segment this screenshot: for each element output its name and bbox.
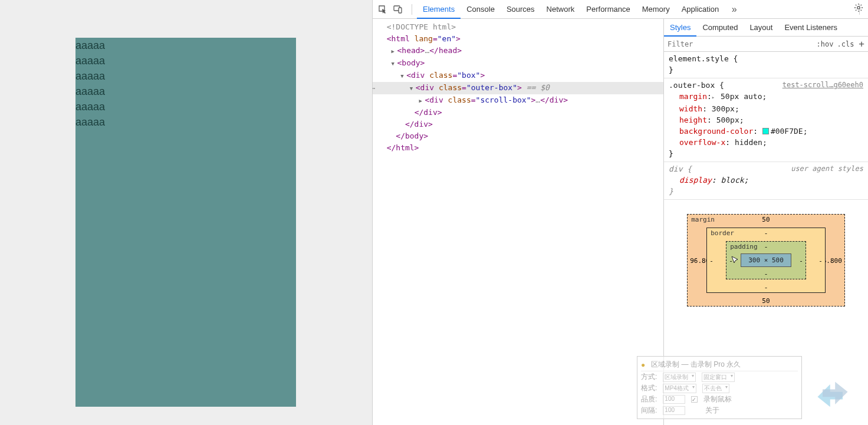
selector-text: element.style {: [669, 53, 863, 64]
border-label: border: [711, 229, 734, 237]
styles-tabs: Styles Computed Layout Event Listeners: [664, 19, 868, 37]
expand-icon[interactable]: [419, 94, 425, 107]
rule-element-style[interactable]: element.style { }: [664, 52, 868, 78]
padding-label: padding: [730, 243, 757, 251]
tab-memory[interactable]: Memory: [636, 0, 676, 19]
inspect-icon[interactable]: [376, 3, 389, 16]
rule-source-link[interactable]: test-scroll…g60eeh0: [782, 80, 863, 91]
css-property[interactable]: margin:▸ 50px auto;: [669, 91, 863, 103]
collapse-icon[interactable]: [410, 82, 416, 94]
devtools-toolbar: Elements Console Sources Network Perform…: [373, 0, 868, 19]
border-bottom-value[interactable]: -: [764, 284, 768, 291]
tab-application[interactable]: Application: [676, 0, 725, 19]
css-property[interactable]: overflow-x: hidden;: [669, 137, 863, 148]
css-property[interactable]: height: 500px;: [669, 114, 863, 126]
styles-filter-bar: :hov .cls +: [664, 37, 868, 52]
css-property[interactable]: background-color: #00F7DE;: [669, 126, 863, 137]
dom-node[interactable]: <div class="scroll-box">…</div>: [373, 94, 663, 107]
styles-pane: Styles Computed Layout Event Listeners :…: [664, 19, 868, 425]
text-line: aaaaa: [75, 68, 296, 84]
margin-label: margin: [691, 216, 715, 223]
hov-toggle[interactable]: :hov: [817, 40, 834, 48]
tab-console[interactable]: Console: [461, 0, 501, 19]
dom-node[interactable]: <html lang="en">: [373, 33, 663, 45]
dom-node[interactable]: </div>: [373, 107, 663, 118]
tab-layout[interactable]: Layout: [744, 19, 778, 37]
styles-filter-input[interactable]: [668, 40, 813, 48]
css-property[interactable]: display: block;: [669, 174, 863, 186]
text-line: aaaaa: [75, 114, 296, 130]
gear-icon[interactable]: [854, 3, 863, 14]
collapse-icon[interactable]: [391, 57, 397, 70]
margin-bottom-value[interactable]: 50: [762, 297, 770, 305]
box-model-content[interactable]: 300 × 500: [741, 253, 791, 267]
rule-user-agent[interactable]: user agent styles div { display: block; …: [664, 162, 868, 200]
expand-icon[interactable]: [391, 45, 397, 57]
border-right-value[interactable]: -: [818, 256, 823, 264]
svg-rect-1: [399, 8, 402, 13]
tab-sources[interactable]: Sources: [501, 0, 541, 19]
box-model-border[interactable]: border - - - - padding - - - -: [706, 228, 826, 293]
text-line: aaaaa: [75, 38, 296, 53]
cursor-icon: [731, 255, 740, 266]
border-left-value[interactable]: -: [709, 256, 714, 264]
box-model-padding[interactable]: padding - - - - 300 × 500: [726, 241, 806, 279]
tab-performance[interactable]: Performance: [580, 0, 636, 19]
dom-node[interactable]: </div>: [373, 118, 663, 130]
css-property[interactable]: width: 300px;: [669, 103, 863, 114]
box-model-margin[interactable]: margin 50 50 96.800 96.800 border - - - …: [687, 214, 845, 307]
outer-box-preview: aaaaa aaaaa aaaaa aaaaa aaaaa aaaaa: [75, 38, 296, 407]
collapse-icon[interactable]: [400, 70, 406, 82]
elements-tree[interactable]: <!DOCTYPE html> <html lang="en"> <head>……: [373, 19, 664, 425]
tab-styles[interactable]: Styles: [664, 19, 696, 37]
device-toggle-icon[interactable]: [392, 3, 405, 16]
svg-point-2: [857, 6, 860, 9]
padding-right-value[interactable]: -: [799, 256, 803, 264]
page-preview: aaaaa aaaaa aaaaa aaaaa aaaaa aaaaa: [0, 0, 372, 425]
text-line: aaaaa: [75, 84, 296, 99]
padding-top-value[interactable]: -: [764, 243, 768, 251]
dom-node[interactable]: </html>: [373, 142, 663, 154]
devtools-body: <!DOCTYPE html> <html lang="en"> <head>……: [373, 19, 868, 425]
cls-toggle[interactable]: .cls: [837, 40, 854, 48]
rule-outer-box[interactable]: test-scroll…g60eeh0 .outer-box { margin:…: [664, 78, 868, 162]
dom-node-selected[interactable]: <div class="outer-box"> == $0: [373, 82, 663, 94]
dom-node[interactable]: <div class="box">: [373, 70, 663, 82]
padding-bottom-value[interactable]: -: [764, 270, 768, 278]
text-line: aaaaa: [75, 53, 296, 68]
brace-close: }: [669, 148, 863, 159]
dom-node[interactable]: <!DOCTYPE html>: [373, 21, 663, 33]
dom-node[interactable]: <head>…</head>: [373, 45, 663, 57]
tab-network[interactable]: Network: [541, 0, 581, 19]
border-top-value[interactable]: -: [764, 229, 768, 237]
brace-close: }: [669, 186, 863, 197]
new-rule-icon[interactable]: +: [859, 38, 864, 50]
dom-node[interactable]: <body>: [373, 57, 663, 70]
separator: [412, 4, 412, 15]
text-line: aaaaa: [75, 99, 296, 114]
devtools-panel: Elements Console Sources Network Perform…: [372, 0, 868, 425]
content-size-value[interactable]: 300 × 500: [748, 256, 784, 264]
css-rules: element.style { } test-scroll…g60eeh0 .o…: [664, 52, 868, 200]
tab-elements[interactable]: Elements: [417, 0, 461, 19]
margin-top-value[interactable]: 50: [762, 216, 770, 223]
dom-node[interactable]: </body>: [373, 130, 663, 142]
tabs-overflow-icon[interactable]: »: [727, 4, 741, 15]
box-model-diagram[interactable]: margin 50 50 96.800 96.800 border - - - …: [664, 200, 868, 312]
tab-computed[interactable]: Computed: [696, 19, 744, 37]
brace-close: }: [669, 64, 863, 75]
ua-stylesheet-label: user agent styles: [791, 163, 863, 174]
color-swatch-icon[interactable]: [762, 128, 769, 134]
tab-event-listeners[interactable]: Event Listeners: [778, 19, 843, 37]
